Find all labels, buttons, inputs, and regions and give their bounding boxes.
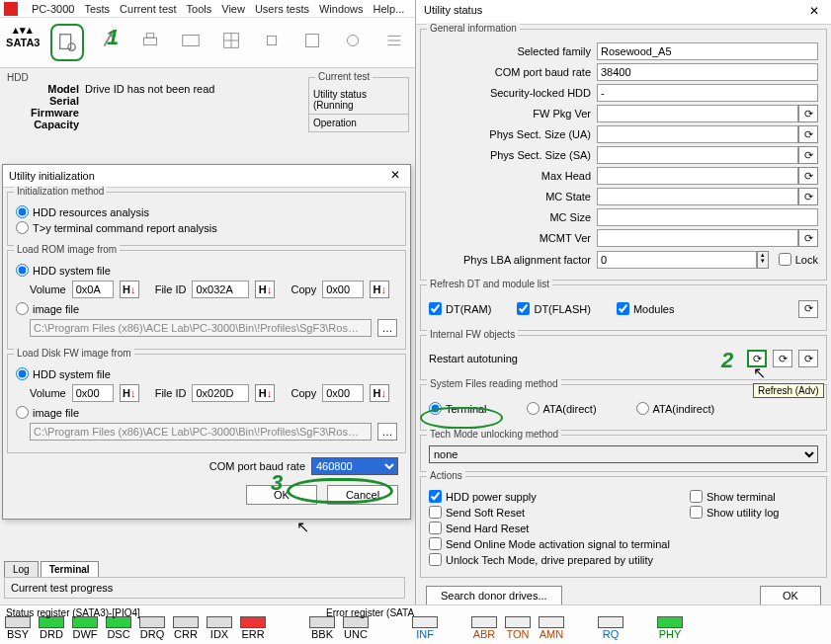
refresh-icon[interactable]: ⟳ (798, 300, 818, 318)
sysread-legend: System Files reading method (427, 378, 561, 389)
fw-copy-label: Copy (291, 387, 316, 399)
menu-item[interactable]: View (221, 3, 245, 15)
chk-power[interactable]: HDD power supply (429, 490, 690, 503)
radio-hdd-resources[interactable]: HDD resources analysis (16, 205, 397, 218)
radio-ata-indirect[interactable]: ATA(indirect) (636, 402, 715, 415)
techmode-select[interactable]: none (429, 445, 818, 463)
hex-btn[interactable]: H↓ (255, 281, 275, 298)
radio-rom-imagefile[interactable]: image file (16, 302, 397, 315)
menu-item[interactable]: Current test (120, 3, 176, 15)
refresh-icon[interactable]: ⟳ (798, 229, 818, 247)
modules-checkbox[interactable]: Modules (617, 302, 675, 315)
close-icon[interactable]: ✕ (386, 168, 404, 184)
chk-onlinemode[interactable]: Send Online Mode activation signal to te… (429, 537, 690, 550)
menu-item[interactable]: Windows (319, 3, 364, 15)
tab-log[interactable]: Log (4, 561, 39, 577)
internal-fw-group: Internal FW objects Restart autotuning ⟳… (420, 335, 827, 380)
baud-value[interactable] (597, 63, 818, 81)
pssa-value[interactable] (597, 146, 798, 164)
menu-item[interactable]: PC-3000 (32, 3, 74, 15)
dtram-checkbox[interactable]: DT(RAM) (429, 302, 491, 315)
load-rom-group: Load ROM image from HDD system file Volu… (7, 250, 406, 350)
chk-showlog[interactable]: Show utility log (690, 506, 818, 519)
radio-rom-hddfile[interactable]: HDD system file (16, 264, 397, 277)
browse-btn[interactable]: … (377, 423, 397, 441)
psua-value[interactable] (597, 125, 798, 143)
tab-terminal[interactable]: Terminal (41, 561, 99, 577)
lock-checkbox[interactable]: Lock (779, 253, 818, 266)
toolbar-btn[interactable] (257, 24, 288, 57)
reg-idx: IDX (206, 616, 233, 640)
hex-btn[interactable]: H↓ (120, 281, 139, 298)
pssa-label: Phys Sect. Size (SA) (429, 149, 597, 161)
radio-fw-imagefile[interactable]: image file (16, 406, 397, 419)
refresh-icon[interactable]: ⟳ (798, 167, 818, 185)
chk-showterm[interactable]: Show terminal (690, 490, 818, 503)
mcmtver-value[interactable] (597, 229, 798, 247)
menu-item[interactable]: Help... (374, 3, 405, 15)
menu-item[interactable]: Tools (187, 3, 212, 15)
fw-fid-label: File ID (155, 387, 187, 399)
reg-bsy: BSY (4, 616, 32, 640)
rom-volume-input[interactable] (72, 281, 114, 298)
mcmtver-label: MCMT Ver (429, 232, 597, 244)
toolbar-btn[interactable] (378, 24, 409, 57)
mcstate-value[interactable] (597, 188, 798, 205)
chk-hardreset[interactable]: Send Hard Reset (429, 522, 690, 534)
browse-btn[interactable]: … (377, 319, 397, 337)
refresh-icon[interactable]: ⟳ (798, 146, 818, 164)
refresh-icon[interactable]: ⟳ (773, 350, 792, 367)
chk-unlock[interactable]: Unlock Tech Mode, drive prepared by util… (429, 553, 690, 566)
hex-btn[interactable]: H↓ (120, 384, 139, 402)
toolbar-btn[interactable] (176, 24, 207, 57)
fw-path-input (30, 423, 372, 441)
fw-fileid-input[interactable] (192, 384, 249, 402)
refresh-icon[interactable]: ⟳ (798, 125, 818, 143)
mcsize-value[interactable] (597, 208, 818, 226)
app-icon (4, 2, 18, 16)
hex-btn[interactable]: H↓ (370, 281, 389, 298)
sec-value[interactable] (597, 84, 818, 102)
toolbar-btn[interactable] (94, 24, 125, 57)
fwpkg-value[interactable] (597, 105, 798, 122)
radio-terminal[interactable]: Terminal (429, 402, 487, 415)
baud-select[interactable]: 460800 (311, 457, 398, 475)
rom-legend: Load ROM image from (14, 244, 120, 255)
refresh-adv-icon[interactable]: ⟳ (747, 350, 767, 367)
chk-softreset[interactable]: Send Soft Reset (429, 506, 690, 519)
restart-label: Restart autotuning (429, 353, 518, 364)
rom-fileid-input[interactable] (192, 281, 249, 298)
reg-drq: DRQ (138, 616, 166, 640)
family-value[interactable] (597, 42, 818, 60)
radio-ata-direct[interactable]: ATA(direct) (527, 402, 597, 415)
radio-terminal-report[interactable]: T>y terminal command report analysis (16, 221, 397, 234)
hex-btn[interactable]: H↓ (370, 384, 389, 402)
utility-button[interactable] (50, 24, 85, 61)
toolbar-btn[interactable] (135, 24, 166, 57)
menu-item[interactable]: Users tests (255, 3, 309, 15)
menu-item[interactable]: Tests (84, 3, 110, 15)
lba-value[interactable] (597, 251, 757, 269)
fw-volume-input[interactable] (72, 384, 114, 402)
reg-err: ERR (239, 616, 267, 640)
ok-button[interactable]: OK (246, 485, 317, 505)
toolbar-btn[interactable] (216, 24, 247, 57)
close-icon[interactable]: ✕ (805, 4, 823, 20)
radio-fw-hddfile[interactable]: HDD system file (16, 367, 397, 380)
dtflash-checkbox[interactable]: DT(FLASH) (517, 302, 590, 315)
reg-abr: ABR (470, 616, 498, 640)
maxhead-value[interactable] (597, 167, 798, 185)
refresh-icon[interactable]: ⟳ (798, 188, 818, 205)
fw-copy-input[interactable] (322, 384, 364, 402)
ok-button[interactable]: OK (760, 586, 821, 605)
search-donor-button[interactable]: Search donor drives... (426, 586, 562, 605)
cancel-button[interactable]: Cancel (327, 485, 398, 505)
model-value: Drive ID has not been read (85, 83, 214, 95)
rom-copy-input[interactable] (322, 281, 364, 298)
refresh-icon[interactable]: ⟳ (798, 105, 818, 122)
sata-port-indicator[interactable]: ▴▾▴ SATA3 (6, 24, 41, 61)
hex-btn[interactable]: H↓ (255, 384, 275, 402)
toolbar-btn[interactable] (297, 24, 328, 57)
toolbar-btn[interactable] (338, 24, 369, 57)
refresh-icon[interactable]: ⟳ (798, 350, 818, 367)
